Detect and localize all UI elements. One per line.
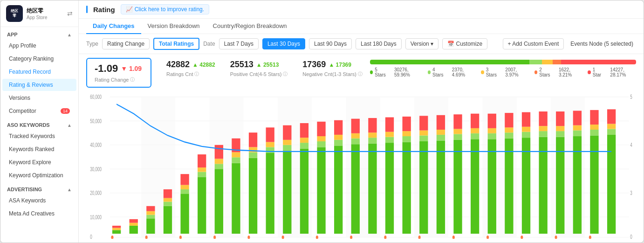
svg-rect-82	[351, 119, 360, 133]
svg-rect-93	[403, 131, 411, 136]
svg-rect-44	[198, 172, 206, 177]
svg-rect-125	[539, 126, 547, 131]
four-star-dot	[428, 70, 431, 74]
version-chevron-icon: ▾	[431, 41, 433, 47]
sidebar-item-asa-keywords[interactable]: ASA Keywords	[2, 194, 76, 207]
svg-rect-128	[556, 131, 564, 137]
rating-down-indicator: ▼ 1.09	[121, 65, 142, 72]
svg-rect-74	[317, 122, 325, 136]
svg-rect-30	[130, 219, 138, 223]
svg-rect-135	[590, 135, 598, 234]
svg-text:50,000: 50,000	[90, 118, 102, 124]
ad-chevron-icon[interactable]: ▲	[67, 187, 72, 192]
svg-rect-109	[471, 128, 479, 133]
svg-rect-140	[607, 129, 616, 134]
rating-change-label: Rating Change ⓘ	[95, 76, 143, 83]
tab-version-breakdown[interactable]: Version Breakdown	[141, 19, 206, 34]
svg-rect-58	[249, 132, 257, 147]
sidebar-item-versions[interactable]: Versions	[2, 92, 76, 104]
last30-button[interactable]: Last 30 Days	[262, 38, 305, 49]
positive-cnt-info-icon[interactable]: ⓘ	[283, 71, 288, 77]
svg-rect-63	[283, 151, 291, 234]
competitor-badge: 14	[61, 108, 70, 114]
svg-rect-28	[130, 226, 138, 234]
svg-rect-142	[607, 109, 616, 124]
customize-button[interactable]: 📅 Customize	[442, 38, 487, 49]
four-star-info: 4 Stars	[428, 67, 445, 77]
sidebar-item-tracked-keywords[interactable]: Tracked Keywords	[2, 130, 76, 142]
svg-rect-80	[351, 139, 360, 144]
svg-rect-77	[334, 135, 343, 140]
svg-rect-130	[556, 111, 564, 126]
svg-rect-110	[471, 114, 479, 128]
svg-text:60,000: 60,000	[90, 94, 102, 100]
svg-rect-132	[573, 131, 582, 136]
last180-button[interactable]: Last 180 Days	[356, 38, 402, 49]
svg-rect-103	[453, 140, 462, 234]
improve-rating-link[interactable]: 📈 Click here to improve rating.	[121, 4, 209, 14]
svg-rect-138	[590, 110, 598, 125]
app-window: 绝区零 绝区零 App Store ⇄ APP ▲ App Profile Ca…	[0, 0, 644, 243]
svg-rect-79	[351, 144, 360, 234]
chart-legend: 5 Stars 4 Stars 3 Stars 2 Stars 1 Star	[86, 241, 636, 243]
sidebar-item-keywords-ranked[interactable]: Keywords Ranked	[2, 143, 76, 155]
svg-rect-31	[146, 218, 155, 234]
sidebar-item-app-profile[interactable]: App Profile	[2, 40, 76, 52]
positive-cnt-value: 25513 ▲ 25513	[230, 60, 288, 69]
sidebar-item-keyword-optimization[interactable]: Keyword Optimization	[2, 169, 76, 181]
sidebar-item-competitor[interactable]: Competitor 14	[2, 105, 76, 117]
svg-rect-129	[556, 126, 564, 131]
events-node-button[interactable]: Events Node (5 selected)	[568, 39, 636, 49]
three-star-info: 3 Stars	[481, 67, 498, 77]
svg-rect-94	[403, 117, 411, 131]
sidebar-item-category-ranking[interactable]: Category Ranking	[2, 53, 76, 65]
svg-text:0: 0	[90, 233, 92, 239]
two-star-bar	[553, 60, 561, 64]
svg-rect-102	[437, 115, 445, 130]
svg-rect-78	[334, 120, 343, 135]
svg-text:0: 0	[630, 233, 632, 239]
rating-change-card: -1.09 ▼ 1.09 Rating Change ⓘ	[86, 58, 151, 88]
aso-chevron-icon[interactable]: ▲	[67, 123, 72, 128]
last7-button[interactable]: Last 7 Days	[219, 38, 259, 49]
ratings-cnt-card: 42882 ▲ 42882 Ratings Cnt ⓘ	[159, 58, 223, 88]
two-star-count: 1622, 3.21%	[559, 67, 580, 77]
svg-point-165	[521, 236, 523, 239]
sync-icon[interactable]: ⇄	[67, 10, 73, 17]
svg-rect-90	[385, 117, 394, 132]
svg-rect-99	[437, 140, 445, 234]
sidebar-item-featured-record[interactable]: Featured Record	[2, 66, 76, 78]
rating-change-info-icon[interactable]: ⓘ	[130, 76, 135, 83]
sidebar-item-keyword-explore[interactable]: Keyword Explore	[2, 156, 76, 168]
svg-rect-53	[232, 152, 240, 157]
chevron-up-icon[interactable]: ▲	[67, 32, 72, 37]
stats-row: -1.09 ▼ 1.09 Rating Change ⓘ 42882 ▲ 428…	[79, 54, 644, 91]
positive-cnt-card: 25513 ▲ 25513 Positive Cnt(4-5 Stars) ⓘ	[223, 58, 295, 88]
rating-change-button[interactable]: Rating Change	[102, 38, 150, 49]
sidebar-item-meta-ad-creatives[interactable]: Meta Ad Creatives	[2, 208, 76, 220]
version-button[interactable]: Version ▾	[405, 38, 438, 49]
last90-button[interactable]: Last 90 Days	[309, 38, 352, 49]
ratings-cnt-info-icon[interactable]: ⓘ	[194, 71, 199, 77]
svg-rect-88	[385, 137, 394, 143]
svg-rect-89	[385, 132, 394, 137]
total-ratings-button[interactable]: Total Ratings	[153, 38, 199, 50]
svg-rect-39	[180, 194, 189, 234]
one-star-dot	[588, 70, 590, 74]
svg-rect-43	[198, 177, 206, 234]
svg-rect-69	[300, 138, 308, 143]
negative-cnt-label: Negative Cnt(1-3 Stars) ⓘ	[302, 71, 363, 77]
tab-country-region-breakdown[interactable]: Country/Region Breakdown	[206, 19, 294, 34]
tab-daily-changes[interactable]: Daily Changes	[86, 19, 141, 34]
chart-icon: 📈	[126, 6, 133, 13]
rating-change-value: -1.09 ▼ 1.09	[95, 62, 143, 75]
add-custom-event-button[interactable]: + Add Custom Event	[503, 38, 564, 49]
ratings-cnt-up: ▲ 42882	[192, 62, 215, 68]
one-star-info: 1 Star	[588, 67, 603, 77]
negative-cnt-info-icon[interactable]: ⓘ	[358, 71, 363, 77]
one-star-bar	[561, 60, 636, 64]
svg-rect-84	[368, 138, 377, 143]
svg-rect-92	[403, 136, 411, 142]
sidebar-item-rating-reviews[interactable]: Rating & Reviews	[2, 79, 76, 91]
svg-text:4: 4	[630, 142, 632, 148]
